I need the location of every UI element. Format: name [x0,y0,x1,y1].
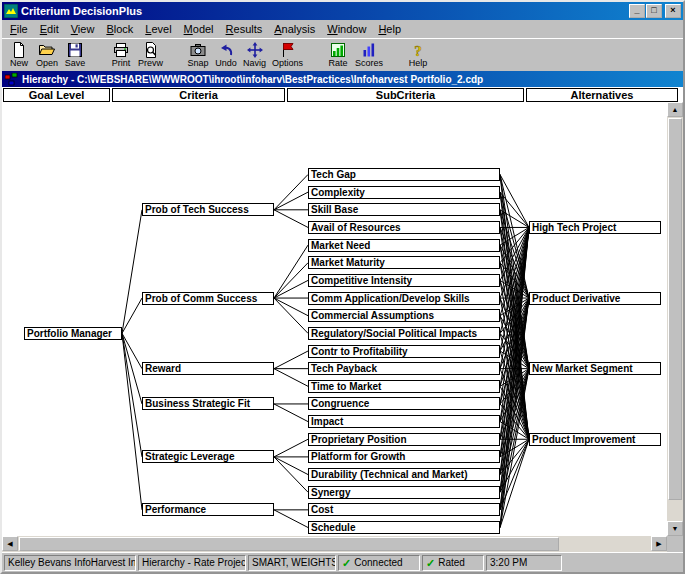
menu-item-results[interactable]: Results [220,21,269,37]
undo-arrow-icon [218,42,234,58]
status-panel-connected: ✓Connected [338,555,420,571]
maximize-button[interactable]: □ [646,4,662,18]
toolbar-button-label: Prevw [138,59,163,68]
toolbar-button-label: Help [409,59,428,68]
minimize-button[interactable]: _ [629,4,645,18]
column-header-subcriteria: SubCriteria [287,88,524,102]
vertical-scrollbar[interactable]: ▲ ▼ [667,102,683,536]
toolbar-prevw-button[interactable]: Prevw [135,40,166,71]
subcriteria-node[interactable]: Proprietary Position [308,433,500,446]
criteria-node[interactable]: Business Strategic Fit [142,397,274,410]
toolbar-button-label: Options [272,59,303,68]
document-title-bar[interactable]: Hierarchy - C:\WEBSHARE\WWWROOT\ihroot\i… [2,71,683,87]
scroll-right-button[interactable]: ▶ [651,536,667,551]
toolbar-scores-button[interactable]: Scores [352,40,386,71]
criteria-node[interactable]: Prob of Comm Success [142,292,274,305]
vertical-scroll-track[interactable] [667,117,683,521]
toolbar-new-button[interactable]: New [5,40,33,71]
toolbar-button-label: Scores [355,59,383,68]
camera-snapshot-icon [190,42,206,58]
menu-item-block[interactable]: Block [100,21,139,37]
menu-item-model[interactable]: Model [178,21,220,37]
subcriteria-node[interactable]: Impact [308,415,500,428]
alternative-node[interactable]: Product Improvement [529,433,661,446]
column-header-alternatives: Alternatives [526,88,678,102]
toolbar-button-label: Navig [243,59,266,68]
menu-item-help[interactable]: Help [372,21,407,37]
title-bar[interactable]: Criterium DecisionPlus _ □ × [2,2,683,20]
status-panel-smart-weights: SMART, WEIGHTS [248,555,336,571]
toolbar-rate-button[interactable]: Rate [324,40,352,71]
toolbar-undo-button[interactable]: Undo [212,40,240,71]
toolbar-snap-button[interactable]: Snap [184,40,212,71]
scroll-down-button[interactable]: ▼ [667,521,683,536]
subcriteria-node[interactable]: Regulatory/Social Political Impacts [308,327,500,340]
toolbar-button-label: New [10,59,28,68]
goal-node[interactable]: Portfolio Manager [24,327,122,340]
subcriteria-node[interactable]: Complexity [308,186,500,199]
menu-item-analysis[interactable]: Analysis [268,21,321,37]
menu-bar: FileEditViewBlockLevelModelResultsAnalys… [2,20,683,38]
status-panel-rated: ✓Rated [422,555,484,571]
alternative-node[interactable]: High Tech Project [529,221,661,234]
subcriteria-node[interactable]: Contr to Profitability [308,345,500,358]
vertical-scroll-thumb[interactable] [668,118,682,500]
menu-item-edit[interactable]: Edit [34,21,65,37]
toolbar: NewOpenSavePrintPrevwSnapUndoNavigOption… [2,38,683,71]
subcriteria-node[interactable]: Schedule [308,521,500,534]
criteria-node[interactable]: Performance [142,503,274,516]
menu-item-view[interactable]: View [65,21,101,37]
toolbar-open-button[interactable]: Open [33,40,61,71]
subcriteria-node[interactable]: Tech Payback [308,362,500,375]
hierarchy-canvas: Portfolio ManagerProb of Tech SuccessTec… [2,102,667,536]
toolbar-help-button[interactable]: ?Help [404,40,432,71]
menu-item-level[interactable]: Level [139,21,177,37]
status-panel-kelley-bevans-infoharvest-inc: Kelley Bevans InfoHarvest Inc. [4,555,136,571]
subcriteria-node[interactable]: Skill Base [308,203,500,216]
alternative-node[interactable]: New Market Segment [529,362,661,375]
subcriteria-node[interactable]: Market Need [308,239,500,252]
criteria-node[interactable]: Strategic Leverage [142,450,274,463]
scroll-left-button[interactable]: ◀ [2,536,18,551]
app-window: Criterium DecisionPlus _ □ × FileEditVie… [0,0,685,574]
scroll-up-button[interactable]: ▲ [667,102,683,117]
status-text: Rated [438,556,465,570]
subcriteria-node[interactable]: Durability (Technical and Market) [308,468,500,481]
toolbar-print-button[interactable]: Print [107,40,135,71]
subcriteria-node[interactable]: Platform for Growth [308,450,500,463]
document-window: Hierarchy - C:\WEBSHARE\WWWROOT\ihroot\i… [2,71,683,552]
subcriteria-node[interactable]: Avail of Resources [308,221,500,234]
scores-chart-icon [361,42,377,58]
toolbar-button-label: Save [65,59,86,68]
close-button[interactable]: × [665,4,681,18]
subcriteria-node[interactable]: Commercial Assumptions [308,309,500,322]
horizontal-scroll-track[interactable] [560,536,651,552]
toolbar-navig-button[interactable]: Navig [240,40,269,71]
subcriteria-node[interactable]: Tech Gap [308,168,500,181]
subcriteria-node[interactable]: Cost [308,503,500,516]
subcriteria-node[interactable]: Competitive Intensity [308,274,500,287]
menu-item-file[interactable]: File [4,21,34,37]
criteria-node[interactable]: Prob of Tech Success [142,203,274,216]
new-document-icon [11,42,27,58]
subcriteria-node[interactable]: Synergy [308,486,500,499]
horizontal-scroll-thumb[interactable] [19,537,559,551]
check-icon: ✓ [342,556,351,570]
menu-item-window[interactable]: Window [321,21,372,37]
help-question-icon: ? [410,42,426,58]
check-icon: ✓ [426,556,435,570]
subcriteria-node[interactable]: Market Maturity [308,256,500,269]
criteria-node[interactable]: Reward [142,362,274,375]
document-title: Hierarchy - C:\WEBSHARE\WWWROOT\ihroot\i… [22,74,483,85]
toolbar-save-button[interactable]: Save [61,40,89,71]
toolbar-options-button[interactable]: Options [269,40,306,71]
subcriteria-node[interactable]: Time to Market [308,380,500,393]
toolbar-button-label: Snap [188,59,209,68]
horizontal-scrollbar[interactable]: ◀ ▶ [2,536,667,552]
subcriteria-node[interactable]: Congruence [308,397,500,410]
alternative-node[interactable]: Product Derivative [529,292,661,305]
subcriteria-node[interactable]: Comm Application/Develop Skills [308,292,500,305]
status-bar: Kelley Bevans InfoHarvest Inc.Hierarchy … [2,552,683,572]
toolbar-button-label: Undo [215,59,237,68]
toolbar-button-label: Print [112,59,131,68]
